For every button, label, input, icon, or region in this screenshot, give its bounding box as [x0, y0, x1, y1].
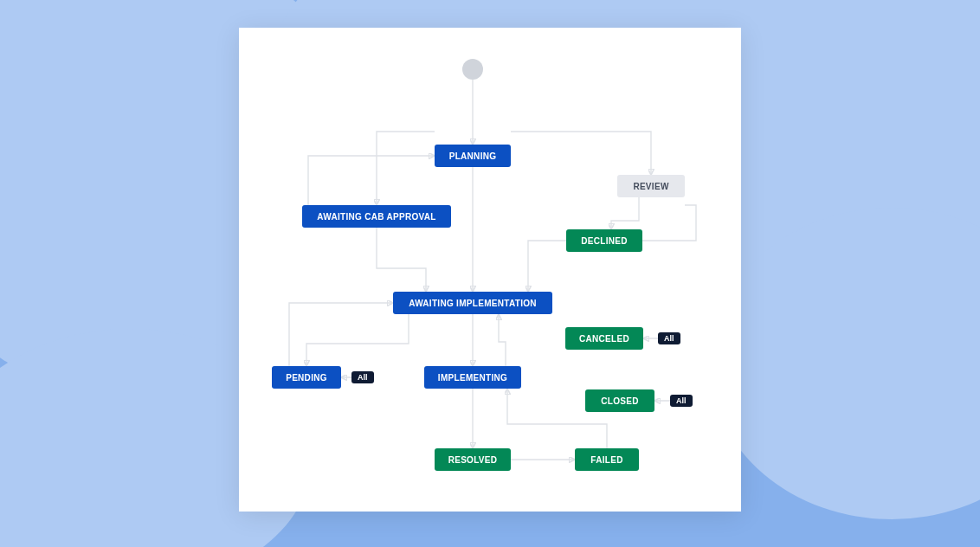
badge-closed-all: All — [670, 395, 693, 407]
node-awaiting-cab-approval[interactable]: AWAITING CAB APPROVAL — [302, 205, 451, 228]
node-declined[interactable]: DECLINED — [566, 229, 642, 252]
node-awaiting-implementation[interactable]: AWAITING IMPLEMENTATION — [393, 292, 552, 314]
workflow-diagram-card: PLANNING REVIEW AWAITING CAB APPROVAL DE… — [239, 28, 741, 512]
node-implementing[interactable]: IMPLEMENTING — [424, 366, 521, 389]
node-pending[interactable]: PENDING — [272, 366, 341, 389]
node-canceled[interactable]: CANCELED — [565, 327, 643, 350]
node-planning[interactable]: PLANNING — [435, 145, 511, 167]
workflow-start — [462, 59, 483, 80]
workflow-connectors — [239, 28, 741, 512]
badge-pending-all: All — [351, 371, 374, 383]
node-review[interactable]: REVIEW — [617, 175, 685, 197]
badge-canceled-all: All — [658, 332, 680, 344]
node-resolved[interactable]: RESOLVED — [435, 448, 511, 471]
workflow-stage: PLANNING REVIEW AWAITING CAB APPROVAL DE… — [239, 28, 741, 512]
node-failed[interactable]: FAILED — [575, 448, 639, 471]
node-closed[interactable]: CLOSED — [585, 389, 654, 412]
